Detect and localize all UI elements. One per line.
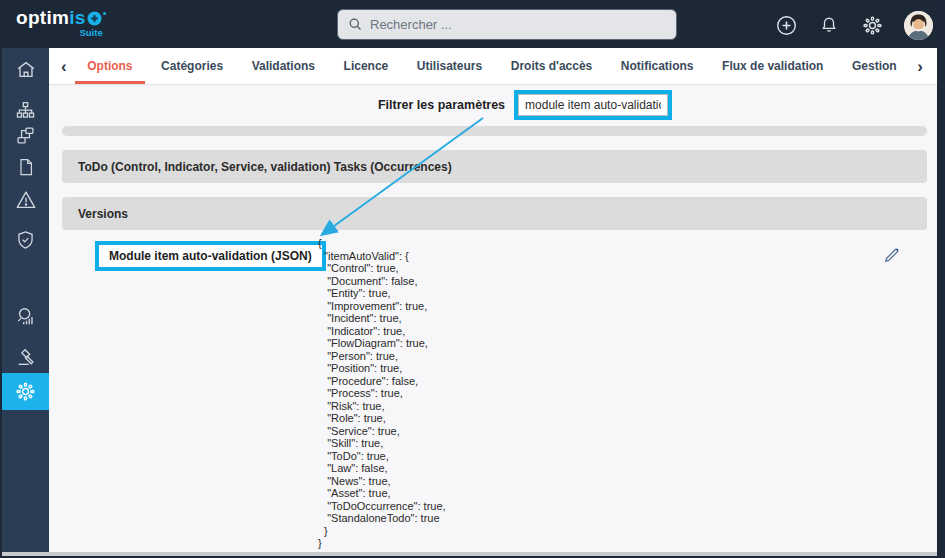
tab-notifications[interactable]: Notifications bbox=[609, 48, 706, 84]
logo-text-accent: is bbox=[69, 8, 85, 28]
settings-button[interactable] bbox=[861, 14, 883, 36]
logo-suite-label: Suite bbox=[79, 27, 102, 38]
top-header: optimis Suite bbox=[2, 2, 937, 48]
home-icon bbox=[15, 59, 37, 81]
app-window: optimis Suite bbox=[0, 0, 945, 558]
tab-utilisateurs[interactable]: Utilisateurs bbox=[405, 48, 494, 84]
global-search bbox=[337, 9, 677, 40]
sidebar-item-process-diagram[interactable] bbox=[2, 118, 49, 152]
gavel-icon bbox=[15, 346, 37, 368]
tabs-scroll-left-icon[interactable]: ‹ bbox=[57, 58, 71, 75]
logo-trademark-dot bbox=[103, 12, 106, 15]
filter-row: Filtrer les paramètres bbox=[81, 87, 937, 123]
add-button[interactable] bbox=[775, 14, 797, 36]
sidebar-item-controls[interactable] bbox=[2, 223, 49, 257]
parameter-row: Module item auto-validation (JSON) { "it… bbox=[49, 239, 937, 552]
filter-input-highlight bbox=[514, 90, 672, 120]
filter-label: Filtrer les paramètres bbox=[378, 98, 505, 112]
section-header-partial[interactable] bbox=[62, 126, 927, 136]
analytics-search-icon bbox=[15, 306, 37, 328]
warning-triangle-icon bbox=[15, 189, 37, 211]
tab-categories[interactable]: Catégories bbox=[149, 48, 235, 84]
sidebar-item-legal[interactable] bbox=[2, 340, 49, 374]
section-title: Versions bbox=[78, 207, 128, 221]
gear-icon bbox=[15, 381, 36, 402]
section-header-versions[interactable]: Versions bbox=[62, 197, 927, 230]
section-title: ToDo (Control, Indicator, Service, valid… bbox=[78, 160, 452, 174]
search-input[interactable] bbox=[370, 17, 676, 32]
bell-icon bbox=[820, 15, 838, 35]
search-icon bbox=[348, 17, 363, 32]
tab-flux-validation[interactable]: Flux de validation bbox=[710, 48, 835, 84]
tab-validations[interactable]: Validations bbox=[240, 48, 327, 84]
tab-licence[interactable]: Licence bbox=[332, 48, 401, 84]
parameter-label: Module item auto-validation (JSON) bbox=[109, 249, 312, 263]
plus-circle-icon bbox=[776, 15, 797, 36]
logo-o-icon bbox=[87, 11, 102, 26]
sidebar-item-home[interactable] bbox=[2, 53, 49, 87]
tab-gestion[interactable]: Gestion bbox=[840, 48, 909, 84]
parameter-label-highlight: Module item auto-validation (JSON) bbox=[95, 241, 326, 271]
sidebar-item-documents[interactable] bbox=[2, 150, 49, 184]
sidebar-item-indicators[interactable] bbox=[2, 300, 49, 334]
optimiso-logo: optimis Suite bbox=[16, 8, 106, 38]
options-content: Filtrer les paramètres ToDo (Control, In… bbox=[49, 85, 937, 552]
avatar-photo bbox=[904, 11, 933, 40]
tabs-scroll-right-icon[interactable]: › bbox=[913, 58, 927, 75]
notifications-button[interactable] bbox=[818, 14, 840, 36]
tab-droits-acces[interactable]: Droits d'accès bbox=[499, 48, 605, 84]
left-nav-sidebar bbox=[2, 48, 49, 552]
edit-parameter-button[interactable] bbox=[883, 247, 901, 265]
tab-options[interactable]: Options bbox=[75, 48, 144, 84]
document-icon bbox=[16, 156, 36, 178]
section-header-todo-tasks[interactable]: ToDo (Control, Indicator, Service, valid… bbox=[62, 150, 927, 183]
window-bottom-edge bbox=[2, 552, 937, 556]
user-avatar[interactable] bbox=[904, 11, 933, 40]
flow-diagram-icon bbox=[15, 125, 36, 146]
pencil-icon bbox=[883, 247, 900, 264]
logo-text-prefix: optim bbox=[16, 8, 69, 28]
shield-check-icon bbox=[15, 229, 36, 251]
sidebar-item-incidents[interactable] bbox=[2, 183, 49, 217]
gear-icon bbox=[862, 15, 883, 36]
parameter-json-value: { "itemAutoValid": { "Control": true, "D… bbox=[318, 237, 446, 550]
settings-tab-bar: ‹ Options Catégories Validations Licence… bbox=[49, 48, 937, 85]
filter-input[interactable] bbox=[518, 94, 668, 116]
sidebar-item-settings[interactable] bbox=[2, 373, 49, 410]
